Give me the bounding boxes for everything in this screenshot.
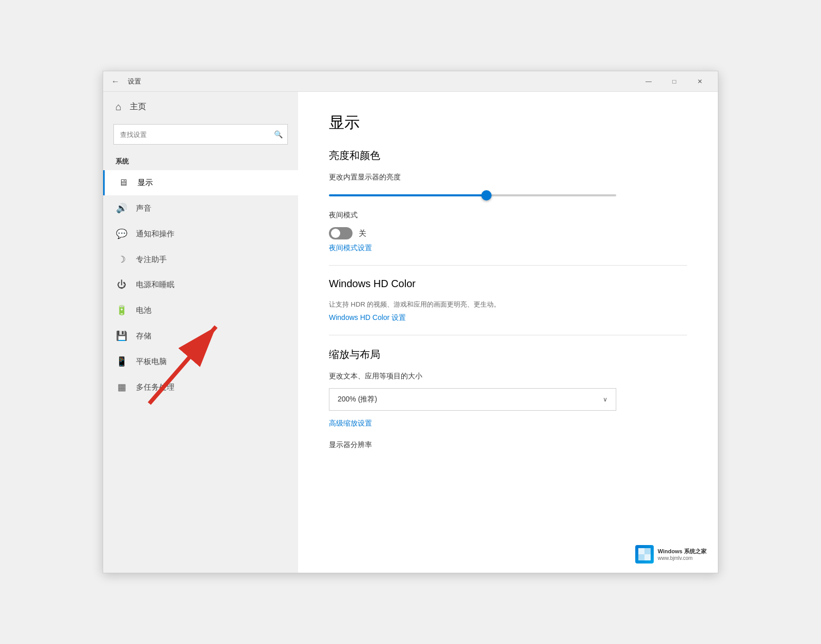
sidebar-home[interactable]: ⌂ 主页 (103, 92, 298, 122)
toggle-knob (331, 229, 340, 238)
sidebar-item-display-label: 显示 (138, 178, 153, 188)
sidebar-search-container: 🔍 (113, 124, 288, 145)
display-icon: 🖥 (117, 177, 129, 188)
sidebar-item-sound[interactable]: 🔊 声音 (103, 195, 298, 221)
sidebar-item-sound-label: 声音 (136, 204, 151, 213)
sidebar-item-display[interactable]: 🖥 显示 (103, 170, 298, 195)
hdr-desc: 让支持 HDR 的视频、游戏和应用的画面更明亮、更生动。 (329, 300, 687, 309)
search-icon: 🔍 (274, 130, 283, 138)
brightness-slider-container (329, 189, 616, 198)
sidebar-item-notifications[interactable]: 💬 通知和操作 (103, 221, 298, 247)
watermark-line2: www.bjmlv.com (658, 555, 707, 561)
maximize-button[interactable]: □ (662, 73, 686, 90)
brightness-label: 更改内置显示器的亮度 (329, 173, 687, 182)
scale-label: 更改文本、应用等项目的大小 (329, 372, 687, 381)
sidebar-item-focus-label: 专注助手 (136, 255, 167, 265)
resolution-label: 显示器分辨率 (329, 440, 687, 450)
sidebar-item-notifications-label: 通知和操作 (136, 229, 174, 239)
night-mode-state: 关 (359, 229, 366, 238)
tablet-icon: 📱 (115, 356, 128, 367)
brightness-section-title: 亮度和颜色 (329, 149, 687, 163)
watermark-icon (635, 545, 654, 564)
multitask-icon: ▦ (115, 381, 128, 393)
svg-rect-4 (638, 554, 644, 560)
svg-rect-5 (644, 554, 651, 560)
night-mode-label: 夜间模式 (329, 211, 687, 220)
watermark-text: Windows 系统之家 www.bjmlv.com (658, 548, 707, 561)
sidebar-item-battery-label: 电池 (136, 306, 151, 315)
sound-icon: 🔊 (115, 203, 128, 214)
sidebar-item-power[interactable]: ⏻ 电源和睡眠 (103, 272, 298, 297)
night-mode-settings-link[interactable]: 夜间模式设置 (329, 244, 687, 253)
svg-rect-3 (644, 548, 651, 554)
main-content: ⌂ 主页 🔍 系统 🖥 显示 🔊 声音 💬 通知和操作 ☽ (103, 92, 718, 573)
window-controls: — □ ✕ (637, 73, 712, 90)
night-mode-toggle[interactable] (329, 227, 353, 239)
settings-window: ← 设置 — □ ✕ ⌂ 主页 🔍 系统 🖥 显示 🔊 (103, 71, 718, 573)
home-icon: ⌂ (115, 101, 122, 113)
sidebar-section-title: 系统 (103, 153, 298, 170)
scale-dropdown[interactable]: 200% (推荐) ∨ (329, 388, 616, 411)
hdr-title: Windows HD Color (329, 278, 687, 290)
storage-icon: 💾 (115, 330, 128, 341)
chevron-down-icon: ∨ (603, 396, 608, 403)
close-button[interactable]: ✕ (688, 73, 712, 90)
hdr-settings-link[interactable]: Windows HD Color 设置 (329, 313, 687, 323)
focus-icon: ☽ (115, 254, 128, 265)
sidebar-item-power-label: 电源和睡眠 (136, 280, 174, 290)
battery-icon: 🔋 (115, 305, 128, 316)
sidebar-item-tablet-label: 平板电脑 (136, 357, 167, 367)
power-icon: ⏻ (115, 279, 128, 290)
svg-rect-2 (638, 548, 644, 554)
sidebar-item-battery[interactable]: 🔋 电池 (103, 297, 298, 323)
titlebar: ← 设置 — □ ✕ (103, 71, 718, 92)
sidebar-item-tablet[interactable]: 📱 平板电脑 (103, 349, 298, 374)
divider-2 (329, 335, 687, 335)
notifications-icon: 💬 (115, 228, 128, 239)
search-input[interactable] (113, 124, 288, 145)
sidebar: ⌂ 主页 🔍 系统 🖥 显示 🔊 声音 💬 通知和操作 ☽ (103, 92, 298, 573)
divider-1 (329, 265, 687, 266)
scale-section-title: 缩放与布局 (329, 348, 687, 361)
advanced-scale-link[interactable]: 高级缩放设置 (329, 419, 687, 428)
sidebar-item-storage[interactable]: 💾 存储 (103, 323, 298, 349)
sidebar-item-focus[interactable]: ☽ 专注助手 (103, 247, 298, 272)
sidebar-item-multitask-label: 多任务处理 (136, 383, 174, 392)
scale-value: 200% (推荐) (338, 395, 377, 404)
right-content: 显示 亮度和颜色 更改内置显示器的亮度 夜间模式 关 夜间模式设置 Window… (298, 92, 718, 573)
night-mode-toggle-row: 关 (329, 227, 687, 239)
home-label: 主页 (130, 102, 146, 112)
sidebar-item-storage-label: 存储 (136, 331, 151, 341)
page-title: 显示 (329, 112, 687, 133)
back-button[interactable]: ← (109, 75, 122, 88)
brightness-slider[interactable] (329, 194, 616, 196)
watermark-line1: Windows 系统之家 (658, 548, 707, 555)
watermark: Windows 系统之家 www.bjmlv.com (630, 542, 712, 567)
minimize-button[interactable]: — (637, 73, 660, 90)
window-title: 设置 (128, 77, 637, 86)
sidebar-item-multitask[interactable]: ▦ 多任务处理 (103, 374, 298, 400)
